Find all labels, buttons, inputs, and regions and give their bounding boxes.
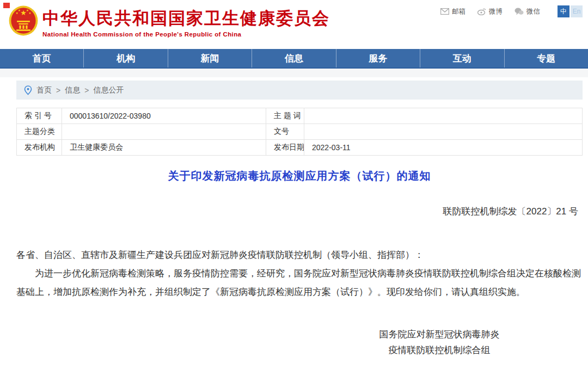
header-utility-links: 邮箱 微博 微信 中 En [440,5,583,17]
signature-block: 国务院应对新型冠状病毒肺炎 疫情联防联控机制综合组 [350,326,529,358]
table-row: 发布机构 卫生健康委员会 发布日期 2022-03-11 [17,140,583,156]
breadcrumb-information[interactable]: 信息 [65,85,80,95]
breadcrumb-separator: > [84,86,89,95]
lang-chinese-button[interactable]: 中 [558,5,569,17]
table-row: 主题分类 文号 [17,124,583,140]
subnav-band [0,69,588,77]
meta-label-doc-symbol: 文号 [266,124,304,140]
breadcrumb-home[interactable]: 首页 [36,85,52,95]
wechat-icon [514,8,524,15]
weibo-icon [477,8,486,15]
meta-value-doc-symbol [304,124,583,140]
site-header: ★ ★ ★ ★ ★ 中华人民共和国国家卫生健康委员会 National Heal… [0,0,588,49]
article-body: 各省、自治区、直辖市及新疆生产建设兵团应对新冠肺炎疫情联防联控机制（领导小组、指… [16,246,583,301]
site-title-cn: 中华人民共和国国家卫生健康委员会 [42,9,330,28]
meta-label-issuing-agency: 发布机构 [17,140,62,156]
svg-text:★: ★ [16,11,19,15]
main-nav: 首页 机构 新闻 信息 服务 互动 专题 [0,49,588,69]
meta-label-topic-category: 主题分类 [17,124,62,140]
site-brand: 中华人民共和国国家卫生健康委员会 National Health Commiss… [42,9,330,38]
document-meta-table: 索 引 号 000013610/2022-03980 主 题 词 主题分类 文号… [16,108,583,156]
weibo-link-label: 微博 [489,7,503,16]
mail-icon [440,8,449,15]
signature-line-1: 国务院应对新型冠状病毒肺炎 [350,326,529,342]
svg-text:★: ★ [26,9,29,12]
article: 关于印发新冠病毒抗原检测应用方案（试行）的通知 联防联控机制综发〔2022〕21… [16,169,583,358]
national-emblem-logo: ★ ★ ★ ★ ★ [9,5,38,38]
location-pin-icon [24,85,32,95]
mail-link[interactable]: 邮箱 [440,7,465,16]
nav-item-organization[interactable]: 机构 [84,49,168,67]
nav-item-home[interactable]: 首页 [0,49,84,67]
table-row: 索 引 号 000013610/2022-03980 主 题 词 [17,108,583,124]
weibo-link[interactable]: 微博 [477,7,503,16]
language-switcher: 中 En [558,5,583,17]
svg-text:★: ★ [18,9,21,12]
content-area: 首页 > 信息 > 信息公开 索 引 号 000013610/2022-0398… [16,81,583,358]
meta-label-index-number: 索 引 号 [17,108,62,124]
signature-line-2: 疫情联防联控机制综合组 [350,342,529,358]
national-emblem-icon: ★ ★ ★ ★ ★ [9,5,38,36]
nav-item-interaction[interactable]: 互动 [420,49,504,67]
breadcrumb-separator: > [56,86,60,95]
wechat-link[interactable]: 微信 [514,7,540,16]
nav-item-topics[interactable]: 专题 [505,49,588,67]
meta-value-publish-date: 2022-03-11 [304,140,583,156]
site-title-en: National Health Commission of the People… [42,31,330,38]
meta-value-subject-words [304,108,583,124]
breadcrumb-info-disclosure[interactable]: 信息公开 [93,85,124,95]
mail-link-label: 邮箱 [452,7,465,16]
article-title: 关于印发新冠病毒抗原检测应用方案（试行）的通知 [16,169,583,183]
svg-text:★: ★ [28,11,31,15]
meta-label-publish-date: 发布日期 [266,140,304,156]
article-paragraph-salutation: 各省、自治区、直辖市及新疆生产建设兵团应对新冠肺炎疫情联防联控机制（领导小组、指… [16,246,583,264]
article-paragraph-main: 为进一步优化新冠病毒检测策略，服务疫情防控需要，经研究，国务院应对新型冠状病毒肺… [16,264,583,301]
breadcrumb: 首页 > 信息 > 信息公开 [16,81,583,100]
nav-item-news[interactable]: 新闻 [168,49,252,67]
nav-item-services[interactable]: 服务 [336,49,420,67]
document-number: 联防联控机制综发〔2022〕21 号 [16,205,583,218]
lang-english-button[interactable]: En [571,5,583,17]
meta-value-issuing-agency: 卫生健康委员会 [62,140,266,156]
nav-item-information[interactable]: 信息 [252,49,336,67]
meta-value-index-number: 000013610/2022-03980 [62,108,266,124]
wechat-link-label: 微信 [526,7,540,16]
meta-label-subject-words: 主 题 词 [266,108,304,124]
svg-text:★: ★ [20,9,27,17]
meta-value-topic-category [62,124,266,140]
